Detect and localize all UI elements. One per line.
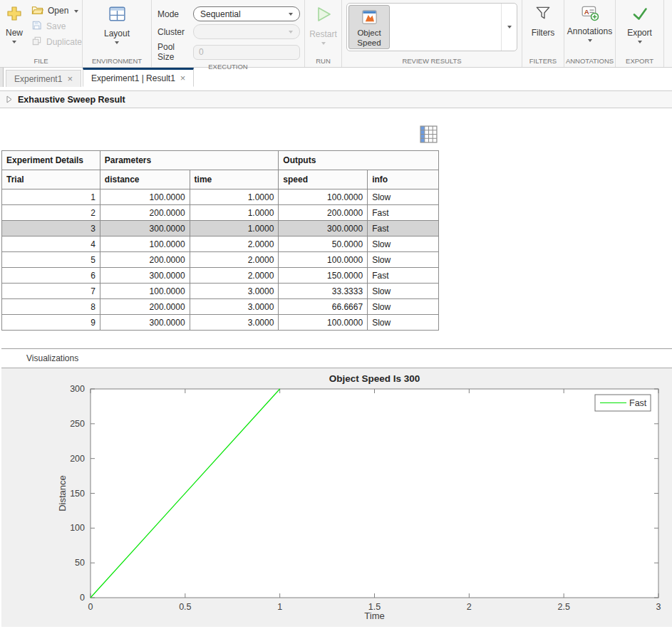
- trial-cell: 5: [2, 252, 100, 268]
- ribbon-section-export: Export EXPORT: [616, 0, 664, 67]
- filters-button[interactable]: Filters: [527, 2, 559, 56]
- tab-label: Experiment1: [14, 74, 62, 84]
- time-cell: 3.0000: [190, 284, 279, 299]
- table-row[interactable]: 9300.00003.0000100.0000Slow: [2, 315, 439, 331]
- layout-icon: [108, 4, 127, 26]
- y-tick-label: 150: [70, 489, 85, 499]
- tab-experiment1-result1[interactable]: Experiment1 | Result1 ×: [83, 68, 194, 87]
- duplicate-button-label: Duplicate: [46, 37, 82, 47]
- export-section-label: EXPORT: [616, 56, 663, 67]
- group-header-experiment-details: Experiment Details: [2, 151, 100, 170]
- legend-entry-label: Fast: [629, 398, 647, 408]
- table-row[interactable]: 2200.00001.0000200.0000Fast: [2, 205, 439, 221]
- table-row[interactable]: 4100.00002.000050.0000Slow: [2, 237, 439, 252]
- result-section-header[interactable]: Exhaustive Sweep Result: [0, 90, 672, 108]
- time-cell: 2.0000: [190, 268, 279, 284]
- visualizations-header[interactable]: Visualizations: [1, 348, 672, 368]
- pool-size-label: Pool Size: [157, 42, 187, 62]
- speed-cell: 150.0000: [279, 268, 368, 284]
- tab-bar-grip[interactable]: [0, 68, 4, 87]
- trial-cell: 2: [2, 205, 100, 221]
- object-speed-button[interactable]: Object Speed: [348, 5, 390, 49]
- cluster-label: Cluster: [157, 27, 187, 37]
- y-tick-label: 250: [70, 419, 85, 429]
- duplicate-button[interactable]: Duplicate: [31, 36, 82, 48]
- export-button-label: Export: [627, 28, 652, 38]
- restart-button[interactable]: Restart: [307, 2, 340, 56]
- ribbon-section-file: New Open Save: [0, 0, 83, 67]
- table-row[interactable]: 3300.00001.0000300.0000Fast: [2, 221, 439, 237]
- trials-table: Experiment Details Parameters Outputs Tr…: [1, 150, 439, 331]
- filters-button-label: Filters: [532, 28, 555, 38]
- speed-cell: 100.0000: [279, 189, 368, 205]
- export-button[interactable]: Export: [624, 2, 656, 56]
- trial-cell: 8: [2, 299, 100, 315]
- chevron-down-icon: [74, 10, 78, 13]
- table-grid-icon[interactable]: [419, 125, 438, 147]
- ribbon-section-environment: Layout ENVIRONMENT: [83, 0, 152, 67]
- gallery-expand-button[interactable]: [501, 4, 517, 51]
- collapse-triangle-icon[interactable]: [6, 95, 12, 103]
- duplicate-icon: [31, 36, 42, 48]
- time-cell: 3.0000: [190, 299, 279, 315]
- pool-size-input[interactable]: [193, 45, 300, 60]
- chevron-down-icon: [588, 39, 592, 42]
- x-axis-label: Time: [364, 610, 384, 621]
- table-row[interactable]: 7100.00003.000033.3333Slow: [2, 284, 439, 299]
- folder-icon: [31, 5, 43, 17]
- column-header-time: time: [190, 170, 279, 189]
- annotations-button[interactable]: A Annotations: [574, 2, 606, 56]
- run-section-label: RUN: [305, 56, 341, 67]
- save-button[interactable]: Save: [31, 20, 82, 33]
- time-cell: 1.0000: [190, 221, 279, 237]
- table-group-header-row: Experiment Details Parameters Outputs: [2, 151, 439, 170]
- visualizations-label: Visualizations: [26, 353, 78, 363]
- layout-button[interactable]: Layout: [100, 2, 133, 56]
- time-cell: 1.0000: [190, 205, 279, 221]
- table-row[interactable]: 6300.00002.0000150.0000Fast: [2, 268, 439, 284]
- chevron-down-icon: [289, 13, 293, 16]
- chevron-down-icon: [12, 41, 16, 43]
- trial-cell: 6: [2, 268, 100, 284]
- close-icon[interactable]: ×: [67, 74, 73, 83]
- mode-dropdown[interactable]: Sequential: [193, 6, 300, 21]
- info-cell: Slow: [368, 237, 439, 252]
- distance-cell: 200.0000: [100, 299, 190, 315]
- chevron-down-icon: [507, 26, 512, 28]
- x-tick-label: 1: [277, 602, 282, 612]
- open-button[interactable]: Open: [31, 4, 82, 17]
- table-row[interactable]: 1100.00001.0000100.0000Slow: [2, 189, 439, 205]
- object-speed-label-line2: Speed: [357, 38, 381, 48]
- visualization-panel: 00.511.522.53050100150200250300Object Sp…: [1, 368, 672, 627]
- info-cell: Fast: [368, 221, 439, 237]
- info-cell: Slow: [368, 252, 439, 268]
- new-button[interactable]: New: [0, 2, 29, 56]
- trial-cell: 7: [2, 284, 100, 299]
- tab-experiment1[interactable]: Experiment1 ×: [6, 70, 81, 87]
- info-cell: Fast: [368, 205, 439, 221]
- document-tab-bar: Experiment1 × Experiment1 | Result1 ×: [0, 68, 672, 87]
- x-tick-label: 2.5: [557, 602, 569, 612]
- trial-cell: 9: [2, 315, 100, 331]
- filters-section-label: FILTERS: [522, 56, 564, 67]
- time-cell: 2.0000: [190, 237, 279, 252]
- environment-section-label: ENVIRONMENT: [83, 56, 151, 67]
- speed-cell: 100.0000: [279, 315, 368, 331]
- distance-cell: 100.0000: [100, 189, 190, 205]
- cluster-dropdown[interactable]: [193, 24, 300, 39]
- table-column-header-row: Trial distance time speed info: [2, 170, 439, 189]
- close-icon[interactable]: ×: [180, 73, 186, 83]
- open-button-label: Open: [48, 6, 68, 16]
- trial-cell: 3: [2, 221, 100, 237]
- ribbon-section-run: Restart RUN: [305, 0, 342, 67]
- svg-text:A: A: [584, 8, 589, 16]
- table-row[interactable]: 8200.00003.000066.6667Slow: [2, 299, 439, 315]
- x-tick-label: 3: [656, 602, 661, 612]
- column-header-info: info: [368, 170, 439, 189]
- review-results-gallery: Object Speed: [346, 3, 517, 51]
- table-row[interactable]: 5200.00002.0000100.0000Slow: [2, 252, 439, 268]
- trial-cell: 4: [2, 237, 100, 252]
- y-tick-label: 50: [75, 558, 85, 568]
- annotations-button-label: Annotations: [567, 26, 612, 36]
- plus-icon: [5, 4, 24, 26]
